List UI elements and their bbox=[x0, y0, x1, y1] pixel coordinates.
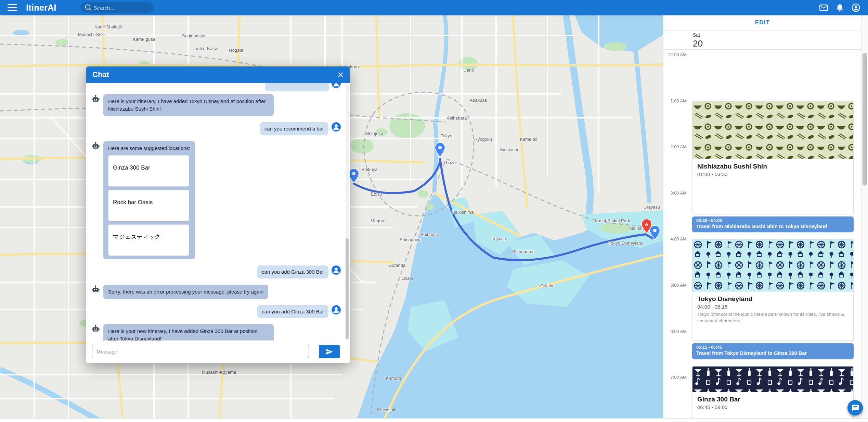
message-input[interactable] bbox=[92, 345, 309, 358]
user-avatar-icon bbox=[332, 265, 341, 275]
suggestion-card[interactable]: Ginza 300 Bar bbox=[108, 155, 189, 187]
chat-fab[interactable] bbox=[847, 400, 863, 415]
map-label: Meguro bbox=[371, 218, 386, 223]
hour-label: 4:00 AM bbox=[663, 236, 687, 241]
map-label: Kawasaki bbox=[377, 407, 396, 412]
search-input[interactable] bbox=[93, 4, 142, 11]
event-time: 01:00 - 03:30 bbox=[697, 171, 848, 177]
chat-bubble: Sorry, there was an error processing you… bbox=[103, 285, 268, 299]
chat-dialog: Chat × Here is your itinerary, I have ad… bbox=[86, 66, 350, 363]
user-avatar-icon bbox=[332, 83, 341, 88]
map-label: Toritsu-Kasei bbox=[192, 46, 218, 51]
chat-footer bbox=[86, 340, 350, 363]
chat-message-row: can you add Ginza 300 Bar bbox=[91, 305, 341, 318]
chat-message-row: Here is your itinerary, I have added Tok… bbox=[91, 94, 341, 116]
vertical-scrollbar-thumb[interactable] bbox=[863, 53, 867, 186]
svg-text:A: A bbox=[645, 222, 648, 227]
map-label: Shibaura bbox=[420, 232, 438, 237]
chat-message-list: Here is your itinerary, I have added Tok… bbox=[86, 83, 350, 340]
event-image-pattern bbox=[692, 367, 853, 392]
hour-label: 7:00 AM bbox=[663, 375, 687, 380]
account-icon[interactable] bbox=[851, 3, 860, 12]
chat-message-row: Sorry, there was an error processing you… bbox=[91, 285, 341, 299]
chat-message-row: can you add Ginza 300 Bar bbox=[91, 265, 341, 278]
chat-bubble: Here is your itinerary, I have added Tok… bbox=[103, 94, 274, 116]
suggestion-card[interactable]: Rock bar Oasis bbox=[108, 190, 189, 221]
search-box[interactable] bbox=[80, 2, 154, 13]
map-label: Tsukishima bbox=[452, 210, 474, 215]
map-label: Shinagawa bbox=[400, 237, 422, 242]
chat-bubble-text: Here are some suggested locations: bbox=[108, 145, 190, 152]
mail-icon[interactable] bbox=[819, 3, 828, 12]
robot-avatar-icon bbox=[91, 285, 100, 294]
map-label: Ueno bbox=[463, 67, 474, 73]
chat-bubble-icon bbox=[851, 404, 859, 412]
suggestion-card[interactable]: マジェスティック bbox=[108, 224, 189, 256]
map-label: Gotanda bbox=[388, 263, 405, 268]
travel-block: 06:15 - 06:45Travel from Tokyo Disneylan… bbox=[692, 343, 854, 359]
vertical-scrollbar[interactable] bbox=[861, 15, 868, 422]
horizontal-scrollbar[interactable] bbox=[0, 418, 868, 422]
map-label: Urayasu bbox=[644, 204, 660, 210]
menu-icon[interactable] bbox=[8, 4, 17, 11]
map-marker[interactable] bbox=[349, 169, 359, 184]
map-label: Kami-Igusa bbox=[133, 37, 155, 42]
hour-label: 6:00 AM bbox=[663, 329, 687, 334]
event-card[interactable]: Tokyo Disneyland04:00 - 06:15Tokyo offsh… bbox=[692, 239, 854, 341]
travel-text: Travel from Nishiazabu Sushi Shin to Tok… bbox=[696, 224, 850, 229]
map-label: Nogata bbox=[229, 48, 243, 53]
map-label: Shinonome bbox=[512, 249, 535, 254]
close-icon[interactable]: × bbox=[337, 70, 344, 80]
chat-title: Chat bbox=[92, 70, 109, 79]
map-label: Musashi-Seki bbox=[78, 32, 105, 37]
map-label: Osaki bbox=[401, 276, 413, 281]
robot-avatar-icon bbox=[91, 324, 100, 333]
map-label: Asakusa bbox=[470, 98, 487, 103]
chat-bubble-text: can you add Ginza 300 Bar bbox=[262, 268, 324, 276]
robot-avatar-icon bbox=[91, 94, 100, 103]
event-image-pattern bbox=[692, 239, 853, 291]
chat-message-row: can you recommend a bar bbox=[91, 122, 341, 135]
event-image bbox=[692, 101, 853, 159]
clipped-message-bubble bbox=[265, 83, 329, 91]
calendar-events: Nishiazabu Sushi Shin01:00 - 03:3003:30 … bbox=[692, 15, 854, 422]
map-label: Shinjuku bbox=[366, 131, 383, 136]
hour-label: 1:00 AM bbox=[663, 98, 687, 103]
travel-time: 06:15 - 06:45 bbox=[696, 345, 850, 350]
event-image bbox=[692, 239, 853, 291]
map-label: Ebisu bbox=[371, 191, 382, 197]
app-title: ItinerAI bbox=[26, 3, 56, 13]
event-title: Tokyo Disneyland bbox=[697, 295, 848, 303]
travel-block: 03:30 - 04:00Travel from Nishiazabu Sush… bbox=[692, 216, 854, 232]
map-label: Toyosu bbox=[492, 236, 506, 241]
map-label: Kamata bbox=[386, 376, 401, 381]
travel-text: Travel from Tokyo Disneyland to Ginza 30… bbox=[696, 350, 850, 356]
map-label: Musashi-Koyama bbox=[202, 370, 236, 375]
chat-bubble-text: Here is your new itinerary, I have added… bbox=[108, 327, 269, 340]
event-card[interactable]: Nishiazabu Sushi Shin01:00 - 03:30 bbox=[692, 101, 854, 214]
notifications-icon[interactable] bbox=[835, 3, 844, 12]
search-icon bbox=[84, 3, 93, 12]
chat-bubble-text: Here is your itinerary, I have added Tok… bbox=[108, 98, 269, 113]
event-description: Tokyo offshoot of the iconic theme park … bbox=[697, 311, 848, 324]
chat-message-row: Here is your new itinerary, I have added… bbox=[91, 324, 341, 340]
map-label: Shibuya bbox=[362, 167, 378, 172]
chat-bubble-text: can you recommend a bar bbox=[264, 125, 324, 133]
time-gutter-line bbox=[691, 49, 691, 422]
chat-scrollbar-thumb[interactable] bbox=[346, 238, 349, 339]
chat-bubble: Here are some suggested locations:Ginza … bbox=[103, 141, 195, 259]
map-marker[interactable] bbox=[435, 142, 445, 158]
map-marker[interactable] bbox=[650, 225, 660, 241]
itinerary-panel: EDIT Sat 20 12:00 AM1:00 AM2:00 AM3:00 A… bbox=[663, 15, 861, 422]
chat-header: Chat × bbox=[86, 66, 350, 83]
send-button[interactable] bbox=[319, 345, 340, 358]
chat-bubble: can you add Ginza 300 Bar bbox=[257, 265, 328, 278]
user-avatar-icon bbox=[332, 122, 341, 132]
map-label: Kasai-Rinkai Park bbox=[595, 218, 630, 223]
map-label: Ginza bbox=[444, 160, 456, 165]
event-image bbox=[692, 367, 853, 392]
user-avatar-icon bbox=[332, 305, 341, 314]
chat-bubble: can you add Ginza 300 Bar bbox=[257, 305, 328, 318]
event-card[interactable]: Ginza 300 Bar06:45 - 08:00 bbox=[692, 366, 854, 422]
event-title: Nishiazabu Sushi Shin bbox=[697, 163, 848, 170]
